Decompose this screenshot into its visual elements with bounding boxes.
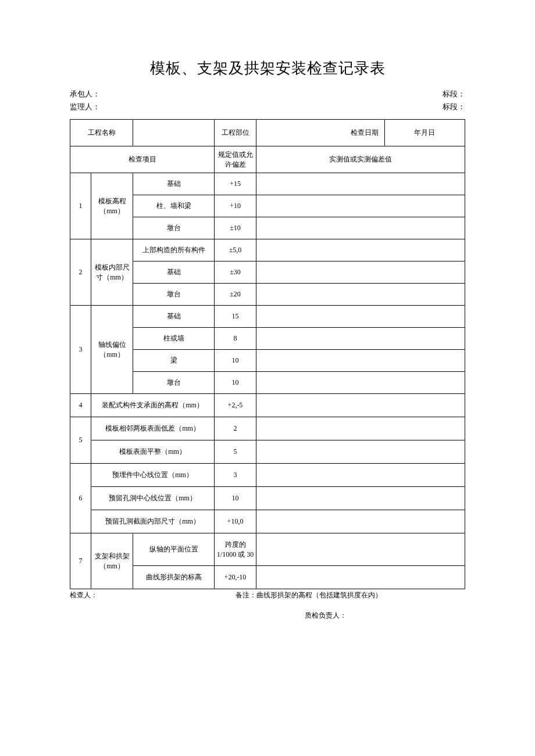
project-part-label: 工程部位 xyxy=(215,120,256,146)
row-num: 4 xyxy=(70,394,91,417)
document-title: 模板、支架及拱架安装检查记录表 xyxy=(70,58,465,78)
inspection-table: 工程名称 工程部位 检查日期 年月日 检查项目 规定值或允许偏差 实测值或实测偏… xyxy=(70,119,465,589)
row-measured xyxy=(256,350,465,372)
row-measured xyxy=(256,195,465,217)
row-spec: +20,-10 xyxy=(215,566,256,589)
row-spec: ±5,0 xyxy=(215,239,256,261)
row-item: 预留孔洞中心线位置（mm） xyxy=(91,487,215,510)
spec-label: 规定值或允许偏差 xyxy=(215,146,256,173)
date-placeholder: 年月日 xyxy=(384,120,465,146)
row-measured xyxy=(256,533,465,566)
row-category: 模板高程（mm） xyxy=(91,173,133,239)
project-name-label: 工程名称 xyxy=(70,120,133,146)
row-num: 5 xyxy=(70,417,91,464)
row-spec: 10 xyxy=(215,350,256,372)
row-measured xyxy=(256,440,465,464)
row-measured xyxy=(256,372,465,394)
row-item: 梁 xyxy=(133,350,215,372)
row-spec: ±20 xyxy=(215,284,256,306)
table-row: 2 模板内部尺寸（mm） 上部构造的所有构件 ±5,0 xyxy=(70,239,465,261)
row-spec: ±10 xyxy=(215,217,256,239)
row-item: 模板相邻两板表面低差（mm） xyxy=(91,417,215,440)
row-spec: +15 xyxy=(215,173,256,195)
row-measured xyxy=(256,173,465,195)
row-measured xyxy=(256,510,465,533)
row-measured xyxy=(256,464,465,487)
row-measured xyxy=(256,284,465,306)
remark-text: 备注：曲线形拱架的高程（包括建筑拱度在内） xyxy=(236,590,465,600)
row-num: 1 xyxy=(70,173,91,239)
row-measured xyxy=(256,487,465,510)
row-item: 基础 xyxy=(133,306,215,328)
row-num: 7 xyxy=(70,533,91,589)
row-spec: 8 xyxy=(215,328,256,350)
row-item: 柱、墙和梁 xyxy=(133,195,215,217)
contractor-row: 承包人： 标段： xyxy=(70,89,465,99)
inspector-label: 检查人： xyxy=(70,590,236,600)
table-row: 7 支架和拱架（mm） 纵轴的平面位置 跨度的 1/1000 或 30 xyxy=(70,533,465,566)
row-spec: ±30 xyxy=(215,261,256,284)
row-num: 6 xyxy=(70,464,91,533)
row-item: 上部构造的所有构件 xyxy=(133,239,215,261)
row-spec: +10,0 xyxy=(215,510,256,533)
table-row: 5 模板相邻两板表面低差（mm） 2 xyxy=(70,417,465,440)
supervisor-row: 监理人： 标段： xyxy=(70,102,465,112)
row-measured xyxy=(256,328,465,350)
row-num: 3 xyxy=(70,306,91,394)
table-row: 模板表面平整（mm） 5 xyxy=(70,440,465,464)
row-measured xyxy=(256,417,465,440)
row-item: 基础 xyxy=(133,173,215,195)
row-spec: 10 xyxy=(215,372,256,394)
table-row: 4 装配式构件支承面的高程（mm） +2,-5 xyxy=(70,394,465,417)
row-item: 纵轴的平面位置 xyxy=(133,533,215,566)
row-spec: 5 xyxy=(215,440,256,464)
row-spec: +10 xyxy=(215,195,256,217)
section-label-1: 标段： xyxy=(443,89,465,99)
table-row: 3 轴线偏位（mm） 基础 15 xyxy=(70,306,465,328)
footer-row: 检查人： 备注：曲线形拱架的高程（包括建筑拱度在内） xyxy=(70,590,465,600)
row-spec: +2,-5 xyxy=(215,394,256,417)
row-item: 墩台 xyxy=(133,372,215,394)
row-category: 轴线偏位（mm） xyxy=(91,306,133,394)
row-item: 基础 xyxy=(133,261,215,284)
check-item-label: 检查项目 xyxy=(70,146,215,173)
section-label-2: 标段： xyxy=(443,102,465,112)
row-measured xyxy=(256,261,465,284)
contractor-label: 承包人： xyxy=(70,89,100,99)
row-spec: 3 xyxy=(215,464,256,487)
qc-label: 质检负责人： xyxy=(70,611,465,621)
table-row: 预留孔洞中心线位置（mm） 10 xyxy=(70,487,465,510)
row-spec: 15 xyxy=(215,306,256,328)
row-measured xyxy=(256,217,465,239)
row-item: 墩台 xyxy=(133,217,215,239)
row-measured xyxy=(256,306,465,328)
row-measured xyxy=(256,394,465,417)
row-item: 曲线形拱架的标高 xyxy=(133,566,215,589)
row-spec: 跨度的 1/1000 或 30 xyxy=(215,533,256,566)
row-item: 装配式构件支承面的高程（mm） xyxy=(91,394,215,417)
row-num: 2 xyxy=(70,239,91,306)
row-category: 模板内部尺寸（mm） xyxy=(91,239,133,306)
measured-label: 实测值或实测偏差值 xyxy=(256,146,465,173)
table-row: 预留孔洞截面内部尺寸（mm） +10,0 xyxy=(70,510,465,533)
row-item: 预埋件中心线位置（mm） xyxy=(91,464,215,487)
table-row: 检查项目 规定值或允许偏差 实测值或实测偏差值 xyxy=(70,146,465,173)
row-item: 预留孔洞截面内部尺寸（mm） xyxy=(91,510,215,533)
row-item: 模板表面平整（mm） xyxy=(91,440,215,464)
row-item: 墩台 xyxy=(133,284,215,306)
row-spec: 2 xyxy=(215,417,256,440)
row-item: 柱或墙 xyxy=(133,328,215,350)
supervisor-label: 监理人： xyxy=(70,102,100,112)
table-row: 6 预埋件中心线位置（mm） 3 xyxy=(70,464,465,487)
row-spec: 10 xyxy=(215,487,256,510)
table-row: 工程名称 工程部位 检查日期 年月日 xyxy=(70,120,465,146)
row-category: 支架和拱架（mm） xyxy=(91,533,133,589)
project-name-value xyxy=(133,120,215,146)
row-measured xyxy=(256,566,465,589)
check-date-label: 检查日期 xyxy=(256,120,385,146)
row-measured xyxy=(256,239,465,261)
table-row: 1 模板高程（mm） 基础 +15 xyxy=(70,173,465,195)
